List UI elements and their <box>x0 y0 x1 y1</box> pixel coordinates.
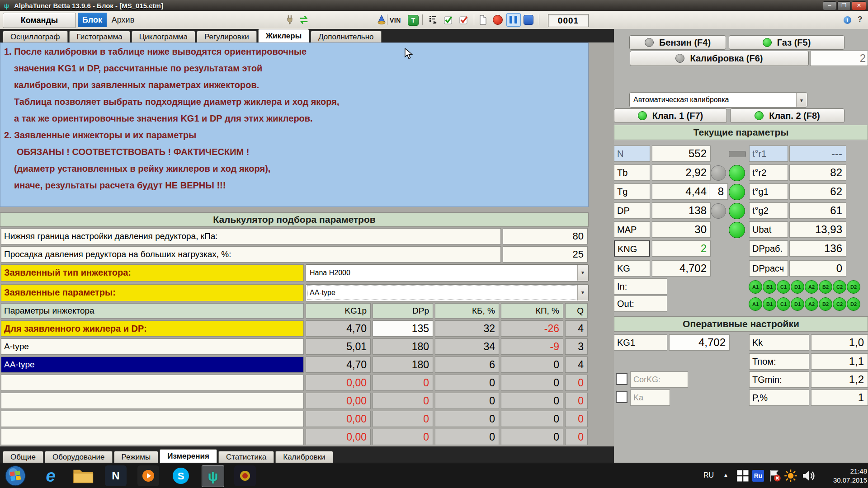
record-stop-icon[interactable] <box>493 15 503 25</box>
sync-arrows-icon[interactable] <box>298 14 309 25</box>
tab-top-1[interactable]: Гистограмма <box>69 31 130 42</box>
tab-top-0[interactable]: Осциллограф <box>3 31 68 42</box>
oper-value-3[interactable]: 1 <box>811 389 868 406</box>
injector-table-row-2[interactable]: AA-type4,70180604 <box>0 357 589 373</box>
info-icon[interactable]: i <box>844 16 851 24</box>
menu-blok[interactable]: Блок <box>78 13 107 27</box>
calibration-mode-combobox[interactable]: Автоматическая калибровка ▼ <box>629 92 807 108</box>
clock[interactable]: 21:48 30.07.2015 <box>826 467 867 485</box>
vin-button[interactable]: VIN <box>390 17 401 24</box>
cell-dpp-row3: 0 <box>373 375 433 391</box>
check-green-icon[interactable] <box>443 14 454 25</box>
instruction-line-6: ОБЯЗАНЫ ! СООТВЕТСТВОВАТЬ ! ФАКТИЧЕСКИМ … <box>17 147 249 157</box>
tab-bottom-5[interactable]: Калибровки <box>275 451 333 463</box>
param-label-DP: DP <box>614 202 650 219</box>
close-button[interactable]: ✕ <box>852 1 866 10</box>
injector-type-combobox[interactable]: Hana H2000 ▼ <box>306 264 589 282</box>
maximize-button[interactable]: ❐ <box>837 1 851 10</box>
oper-value-1[interactable]: 1,1 <box>811 353 868 370</box>
app-logo-icon: ψ <box>3 2 10 9</box>
svg-text:S: S <box>178 470 184 482</box>
explorer-folder-icon[interactable] <box>72 465 94 486</box>
calibration-mode-value: Автоматическая калибровка <box>633 96 729 103</box>
tab-top-2[interactable]: Циклограмма <box>132 31 195 42</box>
kg1-value-field[interactable]: 4,702 <box>669 334 730 351</box>
pressure-low-value[interactable]: 80 <box>503 228 588 244</box>
update-sun-icon[interactable] <box>784 469 797 483</box>
kalibrovka-button[interactable]: Калибровка (F6) <box>630 51 809 66</box>
chevron-down-icon[interactable]: ▼ <box>577 285 588 300</box>
start-button[interactable] <box>5 465 26 487</box>
action-center-flag-icon[interactable] <box>768 469 781 483</box>
tab-bottom-2[interactable]: Режимы <box>114 451 159 463</box>
internet-explorer-icon[interactable]: e <box>40 465 61 486</box>
tab-bottom-0[interactable]: Общие <box>3 451 43 463</box>
injector-table-row-0[interactable]: Для заявленного жиклера и DP:4,7013532-2… <box>0 320 589 337</box>
cell-label-row1: A-type <box>1 338 304 355</box>
out-label: Out: <box>614 296 667 312</box>
cell-kb-row0: 32 <box>435 320 499 337</box>
injector-table-row-6[interactable]: 0,000000 <box>0 429 589 445</box>
menu-arhiv[interactable]: Архив <box>108 13 137 27</box>
injector-table-row-5[interactable]: 0,000000 <box>0 411 589 427</box>
io-badge-C1: C1 <box>777 297 790 311</box>
col-header-q: Q <box>565 303 588 319</box>
tab-bottom-4[interactable]: Статистика <box>218 451 274 463</box>
tab-bottom-1[interactable]: Оборудование <box>45 451 113 463</box>
cell-kg1p-row5: 0,00 <box>306 411 371 427</box>
help-icon[interactable]: ? <box>858 15 862 24</box>
windows-tray-icon[interactable] <box>736 469 750 483</box>
cell-label-row4 <box>1 393 304 409</box>
oper-value-0[interactable]: 1,0 <box>811 334 868 351</box>
frame-button[interactable] <box>524 15 533 25</box>
injector-params-combobox[interactable]: AA-type ▼ <box>306 284 589 301</box>
media-player-icon[interactable] <box>137 465 159 486</box>
cell-q-row4: 0 <box>565 393 588 409</box>
menu-komandy[interactable]: Команды <box>3 13 76 28</box>
tray-expand-icon[interactable]: ▲ <box>723 472 728 478</box>
chevron-down-icon[interactable]: ▼ <box>577 265 588 281</box>
injector-table-row-4[interactable]: 0,000000 <box>0 393 589 409</box>
klapan1-button[interactable]: Клап. 1 (F7) <box>614 108 727 123</box>
alphatuner-app-icon[interactable]: ψ <box>202 465 224 487</box>
klapan2-button[interactable]: Клап. 2 (F8) <box>730 108 844 123</box>
instruction-line-0: 1. После калибровки в таблице ниже вывод… <box>4 47 307 57</box>
toolbar-separator <box>387 14 387 25</box>
language-indicator[interactable]: RU <box>703 471 714 479</box>
tab-top-3[interactable]: Регулировки <box>197 31 257 42</box>
connect-plug-icon[interactable] <box>285 14 296 25</box>
volume-icon[interactable] <box>801 469 816 483</box>
benzin-button[interactable]: Бензин (F4) <box>629 35 726 50</box>
cell-label-row0: Для заявленного жиклера и DP: <box>1 320 304 337</box>
injector-table-row-1[interactable]: A-type5,0118034-93 <box>0 338 589 355</box>
tab-bottom-3[interactable]: Измерения <box>160 449 217 463</box>
operative-settings-title: Оперативные настройки <box>614 316 868 332</box>
param-label-KG: KG <box>614 260 650 277</box>
gray-led-icon <box>711 165 726 181</box>
keyboard-layout-icon[interactable]: Ru <box>752 470 764 482</box>
cell-kp-row6: 0 <box>501 429 563 445</box>
skype-icon[interactable]: S <box>170 465 192 486</box>
chart-app-icon[interactable]: N <box>105 465 127 486</box>
chevron-down-icon[interactable]: ▼ <box>796 93 807 107</box>
current-params-title: Текущие параметры <box>614 125 868 140</box>
oper-value-2[interactable]: 1,2 <box>811 371 868 388</box>
minimize-button[interactable]: – <box>823 1 836 10</box>
emblem-app-icon[interactable] <box>234 465 256 486</box>
t-mode-button[interactable]: T <box>408 15 419 26</box>
io-badge-C1: C1 <box>777 280 790 294</box>
ka-checkbox[interactable] <box>616 391 627 403</box>
new-document-icon[interactable] <box>477 14 488 25</box>
list-export-icon[interactable] <box>428 14 439 25</box>
corkg-checkbox[interactable] <box>616 373 627 385</box>
pause-button[interactable] <box>506 13 521 27</box>
ka-label: Ka <box>630 389 670 406</box>
pressure-drop-value[interactable]: 25 <box>503 246 588 263</box>
wizard-icon[interactable] <box>376 14 387 25</box>
cell-dpp-row6: 0 <box>373 429 433 445</box>
tab-top-4[interactable]: Жиклеры <box>258 29 309 42</box>
gaz-button[interactable]: Газ (F5) <box>729 35 844 50</box>
tab-top-5[interactable]: Дополнительно <box>311 31 381 42</box>
check-red-icon[interactable] <box>458 14 469 25</box>
injector-table-row-3[interactable]: 0,000000 <box>0 375 589 391</box>
